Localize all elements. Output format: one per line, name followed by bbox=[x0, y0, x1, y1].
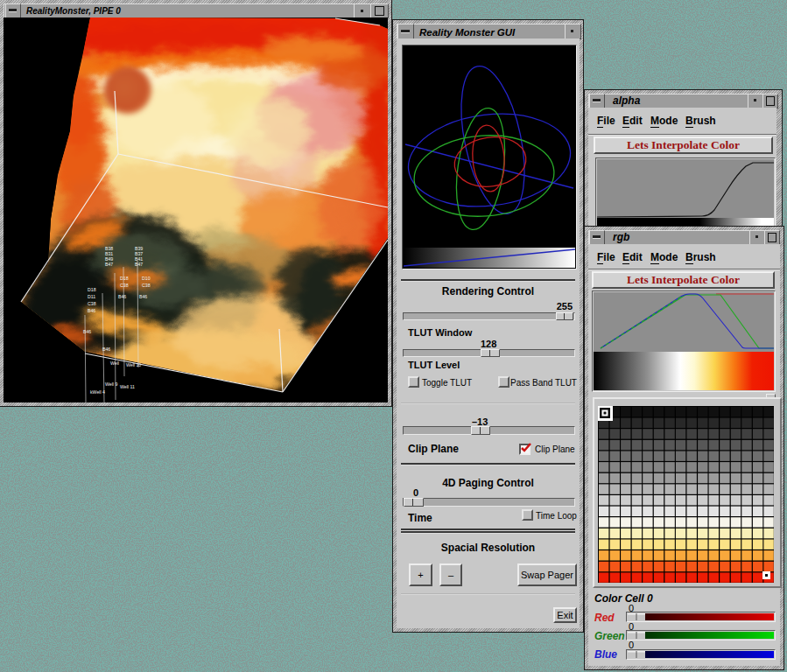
svg-text:B46: B46 bbox=[118, 294, 126, 299]
svg-text:D18: D18 bbox=[120, 276, 129, 281]
svg-text:B46: B46 bbox=[139, 294, 147, 299]
svg-text:D10: D10 bbox=[142, 276, 151, 281]
svg-text:B47: B47 bbox=[105, 262, 113, 267]
svg-text:Well 9: Well 9 bbox=[105, 382, 117, 387]
svg-text:Well 10: Well 10 bbox=[126, 362, 141, 368]
svg-text:C38: C38 bbox=[88, 301, 96, 306]
svg-text:kWell 4: kWell 4 bbox=[90, 389, 105, 395]
svg-text:Well: Well bbox=[110, 360, 119, 366]
svg-text:Well 11: Well 11 bbox=[120, 384, 135, 389]
svg-text:B46: B46 bbox=[88, 308, 95, 313]
svg-text:D18: D18 bbox=[88, 287, 96, 292]
svg-text:D11: D11 bbox=[88, 294, 95, 299]
svg-text:C38: C38 bbox=[142, 283, 151, 288]
svg-text:B47: B47 bbox=[135, 262, 143, 267]
svg-text:C38: C38 bbox=[120, 283, 129, 288]
svg-text:B46: B46 bbox=[83, 329, 91, 334]
svg-text:B46: B46 bbox=[102, 346, 110, 352]
